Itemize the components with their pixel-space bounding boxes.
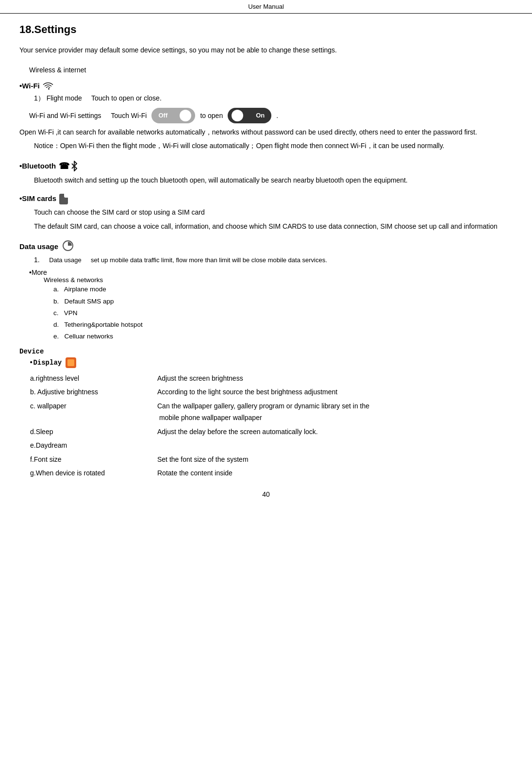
display-row-e-label: e.Daydream [30,439,156,452]
bluetooth-body: Bluetooth switch and setting up the touc… [34,174,513,186]
data-usage-item1-number: 1. [34,256,40,264]
list-item-c-letter: c. [53,309,59,317]
data-usage-item1-value: set up mobile data traffic limit, flow m… [91,256,327,264]
display-row-a-value: Adjust the screen brightness [157,372,512,385]
wifi-body1: Open Wi-Fi ,it can search for available … [19,126,513,138]
toggle-on-label: On [256,112,265,119]
bluetooth-heading: •Bluetooth ☎ [19,161,513,171]
wifi-item2-suffix: . [276,112,278,119]
list-item-c-text: VPN [64,309,78,317]
list-item: c. VPN [53,307,513,319]
list-item-b-letter: b. [53,298,59,305]
wifi-heading: •Wi-Fi [19,81,513,91]
display-row-f-value: Set the font size of the system [157,453,512,466]
page-number: 40 [262,490,270,498]
list-item-e-letter: e. [53,333,59,340]
page-header: User Manual [0,0,532,14]
display-row-f-label: f.Font size [30,453,156,466]
list-item: b. Default SMS app [53,296,513,307]
table-row: d.Sleep Adjust the delay before the scre… [30,425,512,438]
display-row-b-value: According to the light source the best b… [157,386,512,399]
wifi-item1: 1） Flight mode Touch to open or close. [34,94,513,103]
page-content: 18.Settings Your service provider may de… [0,14,532,518]
bluetooth-icon-svg [69,161,79,171]
display-row-d-label: d.Sleep [30,425,156,438]
display-section: •Display a.rightness level Adjust the sc… [29,357,513,481]
sim-heading: •SIM cards [19,193,513,203]
display-heading: •Display [29,357,513,368]
table-row: c. wallpaper Can the wallpaper gallery, … [30,400,512,424]
display-row-d-value: Adjust the delay before the screen autom… [157,425,512,438]
data-usage-item1: 1. Data usage set up mobile data traffic… [34,256,513,264]
list-item: a. Airplane mode [53,284,513,295]
display-row-b-label: b. Adjustive brightness [30,386,156,399]
device-label: Device [19,348,513,355]
wifi-item2-prefix: Wi-Fi and Wi-Fi settings [29,112,101,119]
wifi-toggle-row: Wi-Fi and Wi-Fi settings Touch Wi-Fi Off… [29,108,513,123]
sim-heading-text: •SIM cards [19,194,56,202]
list-item-d-text: Tethering&portable hotspot [64,321,142,328]
display-row-a-label: a.rightness level [30,372,156,385]
more-sub-heading: Wireless & networks [44,276,513,284]
wifi-heading-text: •Wi-Fi [19,82,40,90]
wifi-notice: Notice：Open Wi-Fi then the flight mode，W… [34,140,513,152]
table-row: e.Daydream [30,439,512,452]
list-item: d. Tethering&portable hotspot [53,319,513,331]
list-item-a-letter: a. [53,286,59,293]
page-title: 18.Settings [19,23,513,36]
list-item-e-text: Celluar networks [65,333,114,340]
wifi-to-open: to open [200,112,223,119]
sim-icon [59,194,68,204]
wifi-toggle-off[interactable]: Off [151,108,195,123]
display-table: a.rightness level Adjust the screen brig… [29,371,513,481]
list-item-a-text: Airplane mode [64,286,106,293]
toggle-off-knob [180,110,191,121]
wifi-icon [43,81,53,91]
wifi-item1-label: 1） Flight mode [34,94,82,102]
sim-body2: The default SIM card, can choose a voice… [34,220,513,233]
display-row-g-value: Rotate the content inside [157,467,512,480]
table-row: f.Font size Set the font size of the sys… [30,453,512,466]
display-heading-text: •Display [29,359,62,367]
data-usage-heading-text: Data usage [19,242,58,251]
toggle-on-knob [232,110,243,121]
header-text: User Manual [248,3,284,10]
display-row-c-label: c. wallpaper [30,400,156,424]
list-item-b-text: Default SMS app [65,298,114,305]
toggle-off-label: Off [158,112,167,119]
wireless-internet-label: Wireless & internet [29,66,513,74]
intro-text: Your service provider may default some d… [19,45,513,56]
wifi-toggle-on[interactable]: On [228,108,271,123]
display-row-c-value: Can the wallpaper gallery, gallery progr… [157,400,512,424]
list-item: e. Celluar networks [53,331,513,342]
sim-body1: Touch can choose the SIM card or stop us… [34,206,513,219]
wifi-item2-mid: Touch Wi-Fi [111,112,147,119]
bluetooth-icon: ☎ [59,161,69,171]
data-usage-icon [62,240,74,253]
data-usage-heading: Data usage [19,240,513,253]
more-section: •More Wireless & networks a. Airplane mo… [29,269,513,342]
table-row: a.rightness level Adjust the screen brig… [30,372,512,385]
more-heading: •More [29,269,513,276]
table-row: g.When device is rotated Rotate the cont… [30,467,512,480]
bluetooth-heading-text: •Bluetooth [19,162,56,170]
table-row: b. Adjustive brightness According to the… [30,386,512,399]
wifi-item1-value: Touch to open or close. [91,94,162,102]
page-footer: 40 [19,490,513,498]
data-usage-item1-label: Data usage [49,256,82,264]
display-icon [66,357,76,368]
list-item-d-letter: d. [53,321,59,328]
more-list: a. Airplane mode b. Default SMS app c. V… [53,284,513,342]
display-row-e-value [157,439,512,452]
display-row-g-label: g.When device is rotated [30,467,156,480]
